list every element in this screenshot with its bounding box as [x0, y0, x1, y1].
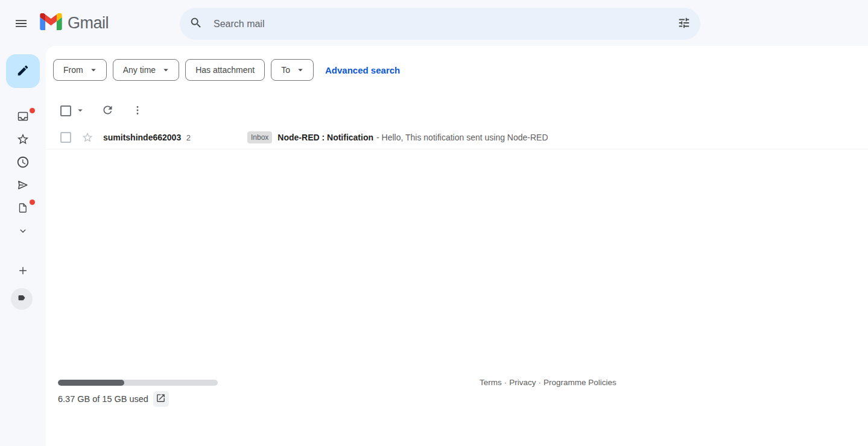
storage-bar-track: [58, 380, 218, 386]
main-menu-button[interactable]: [7, 10, 36, 39]
refresh-icon: [101, 104, 114, 118]
sidebar-item-starred[interactable]: [0, 128, 46, 151]
dropdown-arrow-icon: [160, 64, 171, 75]
star-icon: [16, 133, 30, 148]
email-checkbox[interactable]: [60, 132, 71, 143]
inbox-icon: [16, 110, 30, 125]
email-thread-count: 2: [186, 133, 191, 142]
drafts-unread-dot: [30, 199, 35, 205]
email-snippet: - Hello, This notification sent using No…: [376, 133, 548, 142]
send-icon: [16, 178, 30, 193]
filter-chip-has-attachment[interactable]: Has attachment: [185, 59, 265, 81]
more-options-button[interactable]: [125, 99, 150, 123]
sidebar-item-more[interactable]: [0, 220, 46, 243]
more-vert-icon: [131, 104, 144, 118]
tune-sliders-icon: [677, 16, 691, 31]
create-label-button[interactable]: [8, 260, 37, 283]
email-sender-cell: sumitshinde662003 2: [103, 132, 239, 143]
search-filter-chips: From Any time Has attachment To Ad: [53, 59, 400, 81]
gmail-m-icon: [40, 13, 62, 33]
labels-button[interactable]: [11, 288, 33, 310]
compose-button[interactable]: [6, 54, 40, 88]
gmail-app-window: Gmail: [0, 0, 868, 446]
programme-policies-link[interactable]: Programme Policies: [543, 378, 616, 387]
dropdown-arrow-icon: [88, 64, 99, 75]
privacy-link[interactable]: Privacy: [509, 378, 536, 387]
draft-file-icon: [17, 201, 29, 216]
filter-chip-from[interactable]: From: [53, 59, 107, 81]
search-icon: [189, 16, 203, 31]
gmail-logo[interactable]: Gmail: [40, 13, 109, 33]
sidebar-item-inbox[interactable]: [0, 105, 46, 128]
search-input[interactable]: [209, 19, 671, 30]
inbox-label-badge: Inbox: [247, 131, 272, 143]
footer-separator: ·: [504, 378, 507, 387]
storage-bar-fill: [58, 380, 124, 386]
email-sender: sumitshinde662003: [103, 133, 181, 142]
sidebar-item-sent[interactable]: [0, 174, 46, 197]
manage-storage-button[interactable]: [153, 391, 169, 407]
select-all-checkbox[interactable]: [60, 105, 71, 116]
email-row[interactable]: sumitshinde662003 2 Inbox Node-RED : Not…: [46, 125, 868, 149]
main-panel: From Any time Has attachment To Ad: [46, 46, 868, 446]
label-tag-icon: [16, 292, 28, 306]
chip-label: To: [281, 65, 290, 75]
chip-label: From: [63, 65, 83, 75]
sidebar-nav: [0, 105, 46, 243]
inbox-unread-dot: [30, 108, 35, 113]
chip-label: Any time: [123, 65, 156, 75]
top-bar: Gmail: [0, 0, 868, 46]
footer-separator: ·: [539, 378, 542, 387]
sidebar-item-snoozed[interactable]: [0, 151, 46, 174]
refresh-button[interactable]: [95, 99, 119, 123]
chevron-down-icon: [17, 225, 28, 238]
compose-pencil-icon: [16, 64, 30, 79]
footer-links: Terms·Privacy·Programme Policies: [480, 378, 616, 387]
dropdown-arrow-icon: [75, 105, 86, 118]
search-bar[interactable]: [180, 8, 700, 40]
select-dropdown-button[interactable]: [74, 104, 87, 118]
search-button[interactable]: [183, 11, 209, 37]
dropdown-arrow-icon: [295, 64, 306, 75]
open-in-new-icon: [156, 393, 166, 405]
sidebar-item-drafts[interactable]: [0, 197, 46, 220]
sidebar: [0, 46, 46, 446]
hamburger-icon: [14, 16, 28, 33]
storage-section: 6.37 GB of 15 GB used: [58, 380, 218, 407]
advanced-search-link[interactable]: Advanced search: [325, 65, 400, 75]
email-star-icon[interactable]: [81, 131, 93, 143]
filter-chip-any-time[interactable]: Any time: [113, 59, 179, 81]
terms-link[interactable]: Terms: [480, 378, 502, 387]
chip-label: Has attachment: [195, 65, 255, 75]
clock-snoozed-icon: [16, 155, 30, 171]
filter-chip-to[interactable]: To: [271, 59, 314, 81]
email-subject: Node-RED : Notification: [277, 133, 373, 142]
search-options-button[interactable]: [671, 11, 697, 37]
storage-usage-text: 6.37 GB of 15 GB used: [58, 394, 148, 404]
list-toolbar: [60, 96, 150, 125]
gmail-wordmark: Gmail: [68, 14, 109, 33]
plus-icon: [17, 265, 29, 278]
